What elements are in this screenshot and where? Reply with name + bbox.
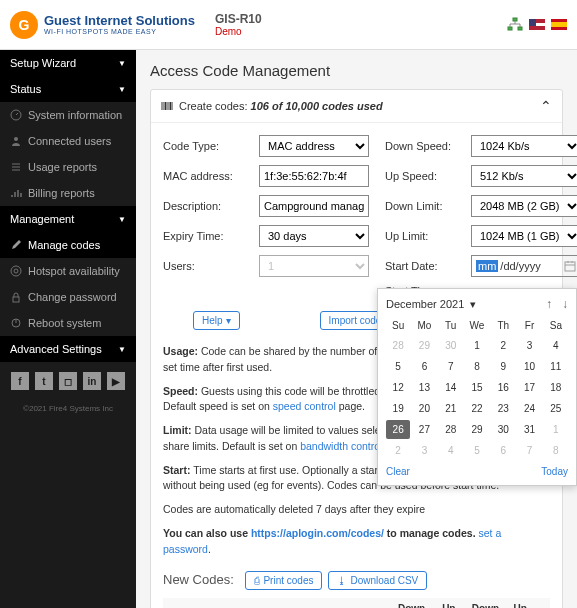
down-speed-select[interactable]: 1024 Kb/s	[471, 135, 577, 157]
panel-header[interactable]: Create codes: 106 of 10,000 codes used ⌃	[151, 90, 562, 123]
dp-day[interactable]: 8	[465, 357, 489, 376]
dp-day[interactable]: 28	[386, 336, 410, 355]
list-icon	[10, 161, 22, 173]
dp-day[interactable]: 11	[544, 357, 568, 376]
dp-day[interactable]: 8	[544, 441, 568, 460]
dp-day[interactable]: 4	[544, 336, 568, 355]
expiry-label: Expiry Time:	[163, 230, 243, 242]
dp-day[interactable]: 18	[544, 378, 568, 397]
dashboard-icon	[10, 109, 22, 121]
dp-day[interactable]: 2	[491, 336, 515, 355]
table-header: Time	[325, 598, 356, 608]
facebook-icon[interactable]: f	[11, 372, 29, 390]
dp-day[interactable]: 28	[439, 420, 463, 439]
svg-rect-0	[513, 18, 517, 21]
network-icon[interactable]	[507, 17, 523, 33]
users-select: 1	[259, 255, 369, 277]
help-button[interactable]: Help ▾	[193, 311, 240, 330]
dp-day[interactable]: 9	[491, 357, 515, 376]
print-codes-button[interactable]: ⎙ Print codes	[245, 571, 322, 590]
aplogin-link[interactable]: https://aplogin.com/codes/	[251, 527, 384, 539]
instagram-icon[interactable]: ◻	[59, 372, 77, 390]
sidebar-item-reboot[interactable]: Reboot system	[0, 310, 136, 336]
speed-control-link[interactable]: speed control	[273, 400, 336, 412]
dp-next-icon[interactable]: ↓	[562, 297, 568, 311]
dp-day[interactable]: 27	[412, 420, 436, 439]
dp-day[interactable]: 24	[517, 399, 541, 418]
dp-day[interactable]: 6	[412, 357, 436, 376]
sidebar-item-connected[interactable]: Connected users	[0, 128, 136, 154]
dp-day[interactable]: 13	[412, 378, 436, 397]
dp-day[interactable]: 12	[386, 378, 410, 397]
dp-day[interactable]: 2	[386, 441, 410, 460]
dp-day[interactable]: 30	[439, 336, 463, 355]
sidebar-adv[interactable]: Advanced Settings▼	[0, 336, 136, 362]
dp-day[interactable]: 6	[491, 441, 515, 460]
sidebar-item-usage[interactable]: Usage reports	[0, 154, 136, 180]
dp-prev-icon[interactable]: ↑	[546, 297, 552, 311]
social-links: f t ◻ in ▶	[0, 362, 136, 400]
up-limit-select[interactable]: 1024 MB (1 GB)	[471, 225, 577, 247]
calendar-icon[interactable]	[564, 260, 576, 272]
dp-day[interactable]: 4	[439, 441, 463, 460]
dp-day[interactable]: 30	[491, 420, 515, 439]
pencil-icon	[10, 239, 22, 251]
sidebar-item-sysinfo[interactable]: System information	[0, 102, 136, 128]
dp-day[interactable]: 21	[439, 399, 463, 418]
lock-icon	[10, 291, 22, 303]
desc-input[interactable]	[259, 195, 369, 217]
code-type-select[interactable]: MAC address	[259, 135, 369, 157]
up-speed-select[interactable]: 512 Kb/s	[471, 165, 577, 187]
sidebar-status[interactable]: Status▼	[0, 76, 136, 102]
sidebar-item-billing[interactable]: Billing reports	[0, 180, 136, 206]
svg-point-6	[11, 266, 21, 276]
dp-day[interactable]: 5	[386, 357, 410, 376]
dp-day[interactable]: 23	[491, 399, 515, 418]
datepicker[interactable]: December 2021▾ ↑↓ SuMoTuWeThFrSa28293012…	[377, 288, 577, 486]
dp-day[interactable]: 25	[544, 399, 568, 418]
dp-day[interactable]: 17	[517, 378, 541, 397]
mac-input[interactable]	[259, 165, 369, 187]
dp-day[interactable]: 29	[412, 336, 436, 355]
youtube-icon[interactable]: ▶	[107, 372, 125, 390]
sidebar-setup[interactable]: Setup Wizard▼	[0, 50, 136, 76]
dp-day[interactable]: 26	[386, 420, 410, 439]
down-speed-label: Down Speed:	[385, 140, 455, 152]
dp-day[interactable]: 29	[465, 420, 489, 439]
sidebar-item-codes[interactable]: Manage codes	[0, 232, 136, 258]
flag-us-icon[interactable]	[529, 19, 545, 30]
dp-day[interactable]: 14	[439, 378, 463, 397]
dp-day[interactable]: 16	[491, 378, 515, 397]
bandwidth-control-link[interactable]: bandwidth control	[300, 440, 382, 452]
dp-clear[interactable]: Clear	[386, 466, 410, 477]
dp-day[interactable]: 5	[465, 441, 489, 460]
dp-day[interactable]: 19	[386, 399, 410, 418]
sidebar-item-hotspot[interactable]: Hotspot availability	[0, 258, 136, 284]
dp-day[interactable]: 7	[439, 357, 463, 376]
dp-day[interactable]: 1	[465, 336, 489, 355]
expiry-select[interactable]: 30 days	[259, 225, 369, 247]
dp-day[interactable]: 31	[517, 420, 541, 439]
start-date-input[interactable]: mm/dd/yyyy	[471, 255, 577, 277]
twitter-icon[interactable]: t	[35, 372, 53, 390]
dp-day[interactable]: 3	[412, 441, 436, 460]
dp-day[interactable]: 22	[465, 399, 489, 418]
svg-rect-7	[13, 297, 19, 302]
down-limit-select[interactable]: 2048 MB (2 GB)	[471, 195, 577, 217]
dp-day[interactable]: 7	[517, 441, 541, 460]
chevron-up-icon[interactable]: ⌃	[540, 98, 552, 114]
dp-day[interactable]: 20	[412, 399, 436, 418]
download-csv-button[interactable]: ⭳ Download CSV	[328, 571, 427, 590]
linkedin-icon[interactable]: in	[83, 372, 101, 390]
dp-day[interactable]: 1	[544, 420, 568, 439]
flag-es-icon[interactable]	[551, 19, 567, 30]
dp-month[interactable]: December 2021	[386, 298, 464, 310]
new-codes-title: New Codes: ⎙ Print codes ⭳ Download CSV	[163, 571, 550, 590]
sidebar-mgmt[interactable]: Management▼	[0, 206, 136, 232]
dp-today[interactable]: Today	[541, 466, 568, 477]
dp-day[interactable]: 15	[465, 378, 489, 397]
sidebar-item-password[interactable]: Change password	[0, 284, 136, 310]
dp-day[interactable]: 10	[517, 357, 541, 376]
users-icon	[10, 135, 22, 147]
dp-day[interactable]: 3	[517, 336, 541, 355]
